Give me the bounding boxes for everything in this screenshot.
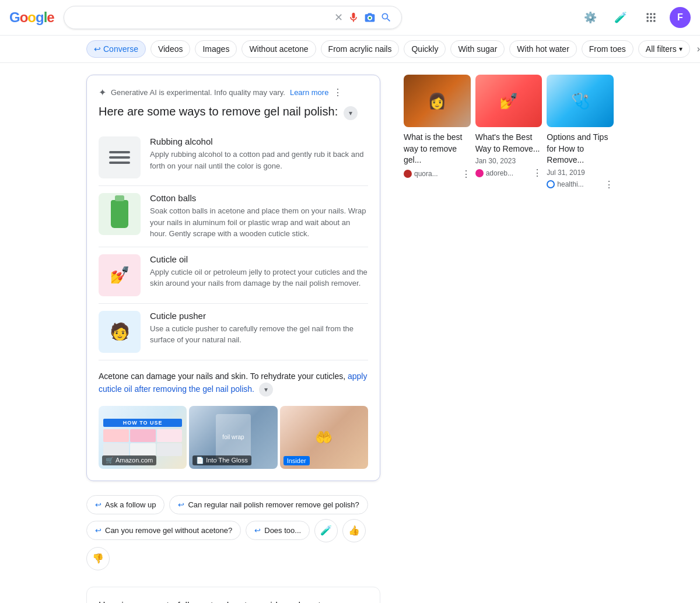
health-source-dot [547, 180, 555, 188]
adore-more-button[interactable]: ⋮ [533, 167, 542, 178]
strip-image-insider[interactable]: 🤲 Insider [280, 406, 368, 469]
filter-label-with-sugar: With sugar [458, 44, 497, 54]
google-logo[interactable]: Google [9, 9, 54, 26]
article-source-quora: quora... ⋮ [404, 169, 471, 180]
followup-chip-without-acetone[interactable]: ↩ Can you remove gel without acetone? [86, 521, 241, 540]
article-title-health: Options and Tips for How to Remove... [547, 132, 614, 166]
learn-more-link[interactable]: Learn more [290, 88, 328, 97]
svg-point-0 [369, 17, 371, 19]
search-input[interactable]: how to remove gel nail polish [74, 12, 330, 23]
followup-label-regular: Can regular nail polish remover remove g… [188, 500, 359, 509]
article-cards: 👩 What is the best way to remove gel... … [404, 75, 614, 190]
health-more-button[interactable]: ⋮ [604, 179, 614, 190]
method-desc-rubbing-alcohol: Apply rubbing alcohol to a cotton pad an… [150, 149, 368, 171]
ask-followup-chip[interactable]: ↩ Ask a follow up [86, 495, 164, 514]
filter-label-from-toes: From toes [589, 44, 626, 54]
quora-source-dot [404, 170, 412, 178]
followup-label-does-too: Does too... [264, 526, 301, 535]
strip-image-amazon[interactable]: HOW TO USE 🛒 Amazon.com [99, 406, 187, 469]
method-thumb-cuticle-pusher: 🧑 [99, 311, 141, 353]
quora-source-text: quora... [414, 170, 438, 178]
filter-chip-with-sugar[interactable]: With sugar [450, 40, 505, 58]
gloss-source-text: Into The Gloss [206, 457, 247, 464]
ai-notice: ✦ Generative AI is experimental. Info qu… [99, 87, 368, 98]
followup-arrow-icon-3: ↩ [95, 526, 102, 535]
apps-button[interactable] [639, 6, 663, 29]
followup-chip-regular[interactable]: ↩ Can regular nail polish remover remove… [169, 495, 368, 514]
thumbs-down-button[interactable]: 👎 [86, 547, 110, 570]
right-column: 👩 What is the best way to remove gel... … [404, 75, 614, 603]
method-cuticle-pusher: 🧑 Cuticle pusher Use a cuticle pusher to… [99, 304, 368, 360]
followup-chip-does-too[interactable]: ↩ Does too... [246, 521, 310, 540]
flask-button[interactable]: 🧪 [609, 6, 632, 29]
ai-footer: Acetone can damage your nails and skin. … [99, 370, 368, 397]
insider-badge: Insider [284, 456, 310, 465]
method-thumb-cuticle-oil: 💅 [99, 254, 141, 296]
settings-button[interactable]: ⚙️ [579, 6, 602, 29]
filter-label-quickly: Quickly [411, 44, 438, 54]
svg-rect-1 [647, 13, 649, 15]
quora-more-button[interactable]: ⋮ [461, 169, 471, 180]
method-name-cuticle-pusher: Cuticle pusher [150, 311, 368, 321]
left-column: ✦ Generative AI is experimental. Info qu… [86, 75, 380, 603]
amazon-source-text: Amazon.com [116, 457, 153, 464]
method-name-cuticle-oil: Cuticle oil [150, 254, 368, 264]
filter-chip-images[interactable]: Images [195, 40, 237, 58]
method-desc-cuticle-oil: Apply cuticle oil or petroleum jelly to … [150, 267, 368, 289]
method-name-cotton-balls: Cotton balls [150, 193, 368, 203]
article-img-adore: 💅 [475, 75, 542, 127]
article-card-quora[interactable]: 👩 What is the best way to remove gel... … [404, 75, 471, 190]
filter-bar: ↩ Converse Videos Images Without acetone… [0, 36, 700, 63]
ai-footer-text: Acetone can damage your nails and skin. … [99, 371, 345, 381]
gloss-label: 📄 Into The Gloss [192, 455, 251, 465]
ai-more-options-button[interactable]: ⋮ [333, 87, 342, 98]
ai-title: Here are some ways to remove gel nail po… [99, 105, 368, 120]
user-avatar[interactable]: F [670, 7, 691, 28]
thumbs-up-button[interactable]: 👍 [342, 519, 366, 542]
filter-chip-without-acetone[interactable]: Without acetone [242, 40, 316, 58]
filter-chip-from-toes[interactable]: From toes [582, 40, 634, 58]
filter-chip-quickly[interactable]: Quickly [404, 40, 446, 58]
method-desc-cuticle-pusher: Use a cuticle pusher to carefully remove… [150, 323, 368, 346]
article-card-adore[interactable]: 💅 What's the Best Way to Remove... Jan 3… [475, 75, 542, 190]
all-filters-button[interactable]: All filters ▾ [638, 40, 690, 58]
filter-chip-converse[interactable]: ↩ Converse [86, 40, 146, 58]
main-content: ✦ Generative AI is experimental. Info qu… [0, 63, 700, 603]
ai-footer-expand-button[interactable]: ▾ [259, 383, 273, 397]
svg-rect-4 [647, 16, 649, 18]
flask-button-followup[interactable]: 🧪 [314, 519, 338, 542]
voice-search-button[interactable] [348, 12, 359, 23]
article-source-adore: adoreb... ⋮ [475, 167, 542, 178]
filter-chip-with-hot-water[interactable]: With hot water [509, 40, 576, 58]
article-title-adore: What's the Best Way to Remove... [475, 132, 542, 155]
svg-rect-9 [653, 20, 655, 22]
filter-chip-videos[interactable]: Videos [150, 40, 191, 58]
method-content-cuticle-pusher: Cuticle pusher Use a cuticle pusher to c… [150, 311, 368, 353]
method-cuticle-oil: 💅 Cuticle oil Apply cuticle oil or petro… [99, 247, 368, 304]
followup-arrow-icon-2: ↩ [178, 500, 184, 509]
search-button[interactable] [380, 12, 392, 23]
filter-chip-from-acrylic-nails[interactable]: From acrylic nails [321, 40, 400, 58]
strip-image-into-the-gloss[interactable]: foil wrap 📄 Into The Gloss [189, 406, 277, 469]
svg-rect-5 [650, 16, 652, 18]
all-filters-label: All filters [646, 44, 677, 54]
gloss-icon: 📄 [196, 457, 204, 464]
clear-button[interactable]: ✕ [334, 11, 343, 24]
search-bar[interactable]: how to remove gel nail polish ✕ [64, 6, 402, 29]
followup-label-without-acetone: Can you remove gel without acetone? [105, 526, 232, 535]
article-img-quora: 👩 [404, 75, 471, 127]
article-card-health[interactable]: 🩺 Options and Tips for How to Remove... … [547, 75, 614, 190]
filter-label-images: Images [202, 44, 229, 54]
method-cotton-balls: Cotton balls Soak cotton balls in aceton… [99, 186, 368, 247]
ai-expand-button[interactable]: ▾ [344, 106, 358, 120]
image-search-button[interactable] [364, 12, 376, 23]
followup-arrow-icon: ↩ [95, 500, 102, 509]
header-right: ⚙️ 🧪 F [579, 6, 691, 29]
chevron-down-icon: ▾ [679, 45, 682, 53]
method-thumb-cotton-balls [99, 193, 141, 235]
filter-label-from-acrylic-nails: From acrylic nails [328, 44, 392, 54]
scroll-right-icon[interactable]: › [695, 41, 700, 57]
filter-label-converse: Converse [103, 44, 138, 54]
ask-followup-label: Ask a follow up [105, 500, 156, 509]
method-rubbing-alcohol: Rubbing alcohol Apply rubbing alcohol to… [99, 129, 368, 186]
